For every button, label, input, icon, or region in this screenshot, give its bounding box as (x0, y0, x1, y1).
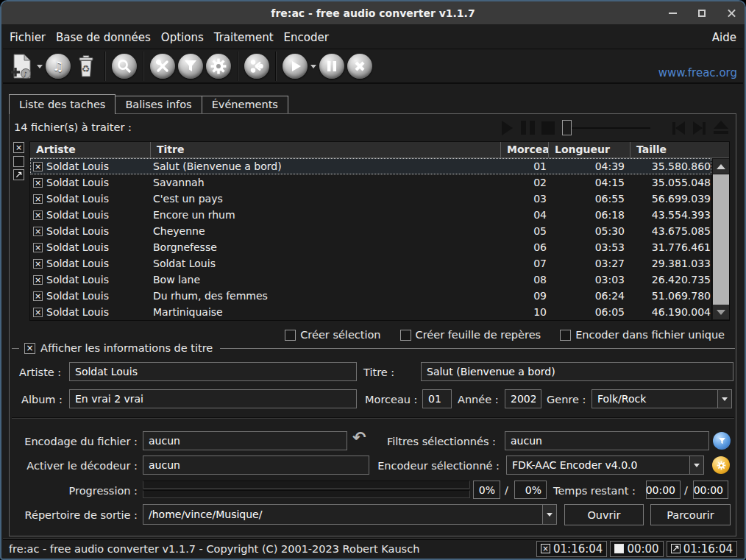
filter-settings-icon[interactable] (713, 432, 731, 450)
column-header-artiste[interactable]: Artiste (30, 142, 151, 157)
table-row[interactable]: ×Soldat LouisCheyenne0505:3043.675.085 (30, 223, 711, 239)
general-settings-button[interactable] (149, 52, 177, 81)
maximize-button[interactable] (696, 7, 708, 19)
minimize-button[interactable] (667, 7, 678, 19)
pause-encoding-button[interactable] (318, 52, 346, 81)
encoder-config-icon[interactable] (712, 456, 730, 474)
menu-traitement[interactable]: Traitement (209, 28, 279, 47)
output-dir-dropdown-button[interactable] (542, 505, 556, 524)
tab-liste-des-taches[interactable]: Liste des taches (9, 94, 116, 114)
encodeur-dropdown-button[interactable] (689, 456, 703, 474)
table-row[interactable]: ×Soldat LouisBorgnefesse0603:5331.776.46… (30, 239, 711, 255)
option-checkbox[interactable] (560, 330, 571, 341)
table-row[interactable]: ×Soldat LouisMartiniquaise1006:0546.190.… (30, 304, 711, 320)
column-header-taille[interactable]: Taille (630, 142, 711, 157)
start-encoding-dropdown-arrow[interactable] (310, 65, 316, 71)
cell-titre: Encore un rhum (151, 209, 501, 221)
scroll-up-button[interactable] (713, 159, 729, 174)
table-row[interactable]: ×Soldat LouisSalut (Bienvenue a bord)010… (30, 158, 711, 174)
clear-joblist-button[interactable]: ♻ (72, 52, 100, 81)
option-checkbox[interactable] (400, 330, 411, 341)
scrollbar-thumb[interactable] (713, 174, 729, 305)
preview-pause-icon[interactable] (521, 121, 535, 135)
add-files-dropdown-arrow[interactable] (37, 65, 43, 71)
row-checkbox[interactable]: × (33, 259, 43, 269)
cell-titre: Du rhum, des femmes (151, 290, 501, 302)
encodeur-combobox[interactable]: FDK-AAC Encoder v4.0.0 (506, 456, 704, 475)
menu-base-de-donn-es[interactable]: Base de données (51, 28, 156, 47)
titre-field[interactable] (421, 362, 733, 381)
option-créer-feuille-de-repères[interactable]: Créer feuille de repères (400, 329, 541, 341)
row-checkbox[interactable]: × (33, 227, 43, 236)
row-checkbox[interactable]: × (33, 291, 43, 301)
row-checkbox[interactable]: × (33, 275, 43, 285)
genre-dropdown-button[interactable] (717, 390, 731, 408)
eject-icon[interactable] (714, 121, 728, 134)
menu-fichier[interactable]: Fichier (4, 28, 51, 47)
window-title: fre:ac - free audio converter v1.1.7 (271, 7, 475, 19)
row-checkbox[interactable]: × (33, 243, 43, 252)
decodeur-field[interactable] (143, 456, 369, 475)
select-none-button[interactable] (13, 156, 24, 167)
row-checkbox[interactable]: × (33, 162, 43, 171)
menu-encoder[interactable]: Encoder (279, 28, 334, 47)
preview-play-icon[interactable] (502, 121, 513, 135)
table-row[interactable]: ×Soldat LouisDu rhum, des femmes0906:245… (30, 288, 711, 304)
artiste-field[interactable] (69, 362, 357, 381)
add-files-button[interactable]: ♪ (7, 52, 35, 81)
column-header-longueur[interactable]: Longueur (549, 142, 630, 157)
stop-encoding-button[interactable] (346, 52, 374, 81)
select-all-button[interactable]: × (13, 142, 24, 153)
vertical-scrollbar[interactable] (711, 158, 729, 320)
freac-website-link[interactable]: www.freac.org (658, 66, 737, 82)
split-output-button[interactable] (243, 52, 271, 81)
table-row[interactable]: ×Soldat LouisBow lane0803:0326.420.735 (30, 272, 711, 288)
row-checkbox[interactable]: × (33, 308, 43, 317)
show-title-info-checkbox[interactable]: × (24, 343, 35, 354)
signal-processing-button[interactable] (177, 52, 205, 81)
column-header-morceau[interactable]: Morceau (501, 142, 549, 157)
scroll-down-button[interactable] (713, 305, 729, 319)
album-field[interactable] (69, 389, 357, 408)
table-row[interactable]: ×Soldat LouisEncore un rhum0406:1843.554… (30, 207, 711, 223)
ouvrir-button[interactable]: Ouvrir (564, 504, 644, 525)
encodage-field[interactable] (143, 431, 347, 450)
toggle-selection-button[interactable] (13, 169, 24, 180)
genre-combobox[interactable]: Folk/Rock (592, 389, 732, 408)
menu-aide[interactable]: Aide (707, 28, 742, 47)
menu-options[interactable]: Options (156, 28, 209, 47)
output-dir-combobox[interactable]: /home/vince/Musique/ (143, 504, 557, 525)
filtres-field[interactable] (505, 431, 709, 450)
table-row[interactable]: ×Soldat LouisSavannah0204:1535.055.048 (30, 174, 711, 191)
toolbar-separator (275, 52, 277, 81)
start-encoding-button[interactable] (281, 52, 309, 81)
titlebar[interactable]: fre:ac - free audio converter v1.1.7 (1, 1, 745, 24)
row-checkbox[interactable]: × (33, 210, 43, 220)
option-encoder-dans-fichier-unique[interactable]: Encoder dans fichier unique (560, 329, 725, 341)
option-checkbox[interactable] (285, 330, 296, 341)
cddb-query-button[interactable] (110, 52, 138, 81)
next-track-icon[interactable] (693, 121, 706, 135)
row-checkbox[interactable]: × (33, 178, 43, 188)
option-créer-sélection[interactable]: Créer sélection (285, 329, 380, 341)
encoder-settings-button[interactable] (205, 52, 232, 81)
parcourir-button[interactable]: Parcourir (650, 504, 731, 525)
annee-field[interactable] (505, 389, 541, 408)
seek-slider-thumb[interactable] (562, 120, 572, 135)
tab-balises-infos[interactable]: Balises infos (116, 96, 202, 113)
tab-événements[interactable]: Événements (202, 96, 288, 113)
redo-arrow-icon[interactable]: ↷ (352, 428, 366, 447)
close-button[interactable] (725, 7, 737, 19)
row-checkbox[interactable]: × (33, 194, 43, 204)
table-row[interactable]: ×Soldat LouisC'est un pays0306:5556.699.… (30, 191, 711, 207)
seek-slider-track[interactable] (562, 127, 650, 129)
rip-audio-cd-button[interactable]: ♫ (44, 52, 72, 81)
morceau-field[interactable] (422, 389, 452, 408)
table-row[interactable]: ×Soldat LouisSoldat Louis0703:2729.381.0… (30, 255, 711, 272)
column-header-titre[interactable]: Titre (151, 142, 501, 157)
cell-taille: 29.381.033 (630, 258, 711, 269)
previous-track-icon[interactable] (672, 121, 685, 135)
preview-stop-icon[interactable] (541, 121, 555, 135)
copyright-text: fre:ac - free audio converter v1.1.7 - C… (9, 543, 419, 555)
joblist-header: Artiste Titre Morceau Longueur Taille (30, 142, 729, 158)
